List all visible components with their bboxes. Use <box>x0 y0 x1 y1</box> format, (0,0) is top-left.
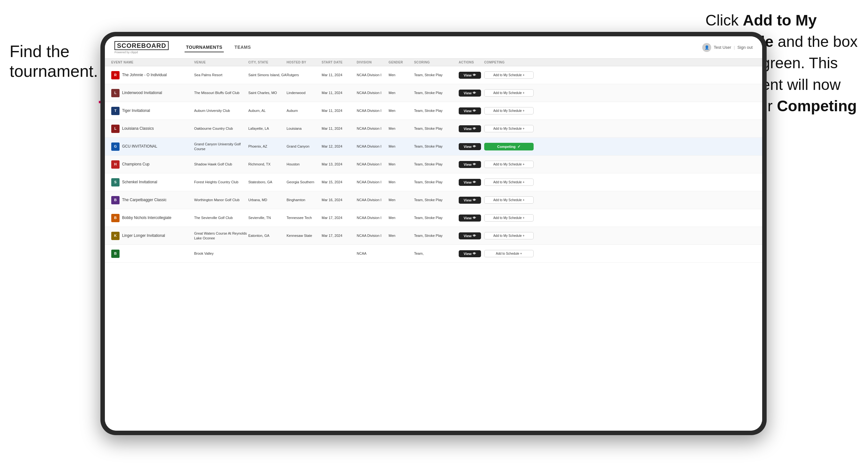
cell-actions: View 👁 <box>459 232 484 240</box>
add-schedule-button[interactable]: Add to Schedule + <box>484 250 534 257</box>
cell-division: NCAA Division I <box>357 108 389 113</box>
add-schedule-button[interactable]: Add to My Schedule + <box>484 232 534 240</box>
view-button[interactable]: View 👁 <box>459 215 481 222</box>
signout-link[interactable]: Sign out <box>737 45 753 50</box>
cell-actions: View 👁 <box>459 107 484 115</box>
cell-division: NCAA Division I <box>357 91 389 95</box>
cell-venue: Grand Canyon University Golf Course <box>194 142 248 151</box>
team-logo: B <box>111 250 120 258</box>
cell-competing: Add to My Schedule + <box>484 196 538 204</box>
cell-venue: Worthington Manor Golf Club <box>194 198 248 202</box>
cell-venue: Auburn University Club <box>194 108 248 113</box>
cell-competing: Add to My Schedule + <box>484 89 538 97</box>
user-icon: 👤 <box>702 43 711 52</box>
team-logo: H <box>111 160 120 168</box>
cell-gender: Men <box>389 108 414 113</box>
cell-gender: Men <box>389 180 414 184</box>
view-button[interactable]: View 👁 <box>459 250 481 257</box>
add-schedule-button[interactable]: Add to My Schedule + <box>484 196 534 204</box>
top-bar-right: 👤 Test User | Sign out <box>702 43 753 52</box>
view-label: View <box>464 73 472 77</box>
cell-start-date: Mar 11, 2024 <box>322 91 357 95</box>
eye-icon: 👁 <box>473 127 476 130</box>
add-schedule-button[interactable]: Add to My Schedule + <box>484 161 534 168</box>
team-logo: R <box>111 71 120 80</box>
view-label: View <box>464 234 472 238</box>
add-schedule-button[interactable]: Add to My Schedule + <box>484 89 534 97</box>
view-button[interactable]: View 👁 <box>459 197 481 204</box>
add-schedule-button[interactable]: Add to My Schedule + <box>484 179 534 186</box>
competing-button[interactable]: Competing ✓ <box>484 143 534 151</box>
col-venue: VENUE <box>194 61 248 64</box>
team-logo: K <box>111 232 120 240</box>
view-button[interactable]: View 👁 <box>459 72 481 79</box>
col-actions: ACTIONS <box>459 61 484 64</box>
cell-event-name: B The Carpetbagger Classic <box>111 196 194 204</box>
cell-hosted-by: Binghamton <box>286 198 322 202</box>
cell-scoring: Team, Stroke Play <box>414 234 459 238</box>
cell-city-state: Statesboro, GA <box>248 180 286 184</box>
eye-icon: 👁 <box>473 145 476 148</box>
cell-venue: Sea Palms Resort <box>194 73 248 77</box>
cell-city-state: Sevierville, TN <box>248 216 286 220</box>
event-name-text: Tiger Invitational <box>122 108 150 114</box>
cell-scoring: Team, Stroke Play <box>414 108 459 113</box>
annotation-left: Find the tournament. <box>9 41 98 81</box>
view-button[interactable]: View 👁 <box>459 161 481 168</box>
cell-event-name: L Lindenwood Invitational <box>111 89 194 97</box>
cell-actions: View 👁 <box>459 161 484 168</box>
team-logo: B <box>111 214 120 222</box>
user-label: Test User <box>714 45 731 50</box>
cell-event-name: B Bobby Nichols Intercollegiate <box>111 214 194 222</box>
team-logo: T <box>111 107 120 115</box>
cell-competing: Add to Schedule + <box>484 250 538 257</box>
view-button[interactable]: View 👁 <box>459 90 481 97</box>
table-row: B The Carpetbagger Classic Worthington M… <box>105 191 762 209</box>
event-name-text: The Johnnie - O Individual <box>122 73 167 78</box>
view-button[interactable]: View 👁 <box>459 125 481 132</box>
cell-scoring: Team, Stroke Play <box>414 216 459 220</box>
cell-hosted-by: Georgia Southern <box>286 180 322 184</box>
cell-gender: Men <box>389 91 414 95</box>
add-schedule-label: Add to My Schedule + <box>493 180 524 184</box>
competing-label: Competing <box>497 145 516 149</box>
table-row: T Tiger Invitational Auburn University C… <box>105 102 762 120</box>
add-schedule-button[interactable]: Add to My Schedule + <box>484 125 534 132</box>
view-button[interactable]: View 👁 <box>459 232 481 240</box>
view-label: View <box>464 162 472 166</box>
cell-division: NCAA Division I <box>357 162 389 166</box>
cell-scoring: Team, Stroke Play <box>414 144 459 149</box>
view-button[interactable]: View 👁 <box>459 107 481 115</box>
cell-competing: Add to My Schedule + <box>484 179 538 186</box>
event-name-text: The Carpetbagger Classic <box>122 198 166 203</box>
col-event-name: EVENT NAME <box>111 61 194 64</box>
cell-division: NCAA Division I <box>357 144 389 149</box>
table-row: L Louisiana Classics Oakbourne Country C… <box>105 120 762 138</box>
cell-start-date: Mar 11, 2024 <box>322 108 357 113</box>
tab-tournaments[interactable]: TOURNAMENTS <box>185 43 223 52</box>
cell-hosted-by: Houston <box>286 162 322 166</box>
col-gender: GENDER <box>389 61 414 64</box>
cell-venue: Great Waters Course At Reynolds Lake Oco… <box>194 231 248 240</box>
cell-division: NCAA Division I <box>357 198 389 202</box>
add-schedule-label: Add to My Schedule + <box>493 73 524 77</box>
cell-gender: Men <box>389 144 414 149</box>
add-schedule-button[interactable]: Add to My Schedule + <box>484 71 534 79</box>
view-button[interactable]: View 👁 <box>459 143 481 150</box>
cell-division: NCAA Division I <box>357 234 389 238</box>
tab-teams[interactable]: TEAMS <box>233 43 252 52</box>
team-logo: B <box>111 196 120 204</box>
add-schedule-button[interactable]: Add to My Schedule + <box>484 107 534 115</box>
view-button[interactable]: View 👁 <box>459 179 481 186</box>
cell-city-state: Urbana, MD <box>248 198 286 202</box>
view-label: View <box>464 91 472 95</box>
cell-gender: Men <box>389 216 414 220</box>
view-label: View <box>464 216 472 220</box>
add-schedule-button[interactable]: Add to My Schedule + <box>484 214 534 222</box>
cell-actions: View 👁 <box>459 250 484 257</box>
logo-sub: Powered by clippd <box>115 51 168 54</box>
cell-start-date: Mar 13, 2024 <box>322 162 357 166</box>
col-competing: COMPETING <box>484 61 538 64</box>
cell-venue: The Sevierville Golf Club <box>194 216 248 220</box>
table-row: B Bobby Nichols Intercollegiate The Sevi… <box>105 209 762 227</box>
